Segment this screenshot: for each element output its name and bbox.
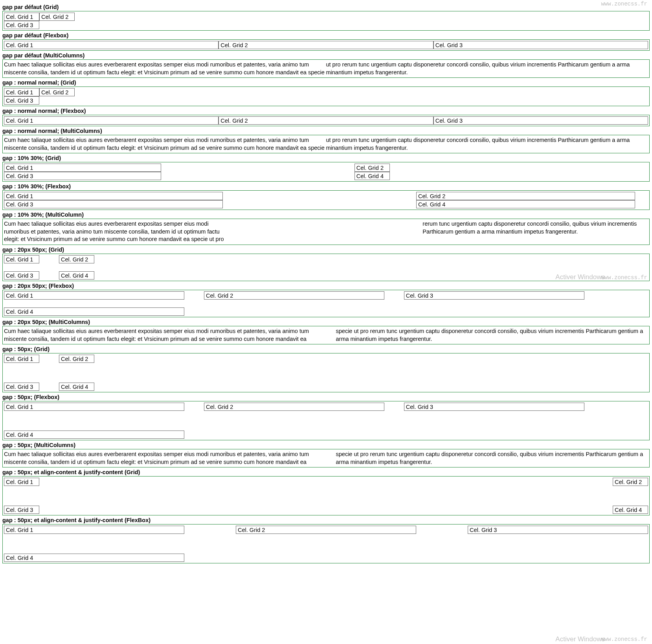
cell: Cel. Grid 3 (4, 200, 223, 208)
cell: Cel. Grid 3 (4, 506, 39, 514)
cell: Cel. Grid 4 (354, 172, 390, 180)
cell: Cel. Grid 3 (4, 383, 39, 391)
heading-gap-50-ac-flex: gap : 50px; et align-content & justify-c… (2, 517, 650, 523)
cell: Cel. Grid 4 (613, 506, 648, 514)
cell: Cel. Grid 4 (4, 431, 184, 439)
sample-gap-default-flex: Cel. Grid 1 Cel. Grid 2 Cel. Grid 3 (2, 39, 650, 51)
activate-windows-mid: Activer Windows (555, 273, 605, 281)
cell: Cel. Grid 2 (416, 192, 635, 200)
cell: Cel. Grid 2 (204, 403, 384, 411)
cell: Cel. Grid 1 (4, 41, 219, 49)
sample-gap-normal-grid: Cel. Grid 1 Cel. Grid 2 Cel. Grid 3 (2, 86, 650, 106)
cell: Cel. Grid 4 (59, 271, 94, 280)
sample-gap-10-30-grid: Cel. Grid 1 Cel. Grid 2 Cel. Grid 3 Cel.… (2, 162, 650, 182)
heading-gap-normal-grid: gap : normal normal; (Grid) (2, 79, 650, 86)
cell: Cel. Grid 1 (4, 355, 39, 363)
cell: Cel. Grid 1 (4, 255, 39, 263)
sample-gap-default-grid: Cel. Grid 1 Cel. Grid 2 Cel. Grid 3 (2, 11, 650, 31)
heading-gap-50-grid: gap : 50px; (Grid) (2, 346, 650, 352)
cell: Cel. Grid 3 (468, 526, 648, 534)
heading-gap-20-50-mcol: gap : 20px 50px; (MultiColumns) (2, 319, 650, 325)
cell: Cel. Grid 4 (416, 200, 635, 208)
sample-gap-50-flex: Cel. Grid 1 Cel. Grid 2 Cel. Grid 3 Cel.… (2, 401, 650, 440)
cell: Cel. Grid 2 (39, 88, 75, 96)
cell: Cel. Grid 3 (4, 271, 39, 280)
cell: Cel. Grid 2 (236, 526, 416, 534)
cell: Cel. Grid 2 (354, 164, 390, 172)
sample-gap-normal-mcol: Cum haec taliaque sollicitas eius aures … (2, 135, 650, 153)
cell: Cel. Grid 3 (4, 21, 39, 29)
cell: Cel. Grid 3 (404, 291, 584, 300)
cell: Cel. Grid 2 (219, 41, 433, 49)
cell: Cel. Grid 1 (4, 164, 161, 172)
sample-gap-50-grid: Cel. Grid 1 Cel. Grid 2 Cel. Grid 3 Cel.… (2, 353, 650, 392)
heading-gap-default-grid: gap par défaut (Grid) (2, 4, 650, 10)
cell: Cel. Grid 2 (613, 478, 648, 486)
sample-gap-20-50-grid: Cel. Grid 1 Cel. Grid 2 Cel. Grid 3 Cel.… (2, 254, 650, 281)
heading-gap-10-30-grid: gap : 10% 30%; (Grid) (2, 155, 650, 161)
cell: Cel. Grid 3 (433, 116, 648, 125)
cell: Cel. Grid 1 (4, 526, 184, 534)
cell: Cel. Grid 1 (4, 478, 39, 486)
heading-gap-default-mcol: gap par défaut (MultiColumns) (2, 52, 650, 59)
cell: Cel. Grid 3 (404, 403, 584, 411)
sample-gap-50-ac-flex: Cel. Grid 1 Cel. Grid 2 Cel. Grid 3 Cel.… (2, 524, 650, 563)
sample-gap-20-50-mcol: Cum haec taliaque sollicitas eius aures … (2, 326, 650, 344)
cell: Cel. Grid 2 (204, 291, 384, 300)
heading-gap-normal-mcol: gap : normal normal; (MultiColumns) (2, 128, 650, 134)
cell: Cel. Grid 4 (4, 554, 184, 562)
sample-gap-10-30-flex: Cel. Grid 1 Cel. Grid 2 Cel. Grid 3 Cel.… (2, 190, 650, 210)
cell: Cel. Grid 1 (4, 291, 184, 300)
heading-gap-20-50-flex: gap : 20px 50px; (Flexbox) (2, 283, 650, 289)
cell: Cel. Grid 2 (59, 255, 94, 263)
heading-gap-50-flex: gap : 50px; (Flexbox) (2, 394, 650, 400)
sample-gap-10-30-mcol: Cum haec taliaque sollicitas eius aures … (2, 219, 650, 245)
cell: Cel. Grid 2 (59, 355, 94, 363)
heading-gap-normal-flex: gap : normal normal; (Flexbox) (2, 108, 650, 114)
sample-gap-50-mcol: Cum haec taliaque sollicitas eius aures … (2, 449, 650, 467)
cell: Cel. Grid 2 (219, 116, 433, 125)
cell: Cel. Grid 4 (4, 307, 184, 316)
heading-gap-20-50-grid: gap : 20px 50px; (Grid) (2, 247, 650, 253)
sample-gap-20-50-flex: Cel. Grid 1 Cel. Grid 2 Cel. Grid 3 Cel.… (2, 290, 650, 317)
watermark-mid: www.zonecss.fr (601, 274, 647, 281)
sample-gap-50-ac-grid: Cel. Grid 1 Cel. Grid 2 Cel. Grid 3 Cel.… (2, 476, 650, 515)
watermark-top: www.zonecss.fr (601, 2, 647, 7)
cell: Cel. Grid 3 (4, 96, 39, 105)
heading-gap-10-30-flex: gap : 10% 30%; (Flexbox) (2, 183, 650, 190)
cell: Cel. Grid 2 (39, 13, 75, 21)
cell: Cel. Grid 1 (4, 116, 219, 125)
cell: Cel. Grid 3 (433, 41, 648, 49)
heading-gap-10-30-mcol: gap : 10% 30%; (MultiColumn) (2, 212, 650, 218)
heading-gap-50-mcol: gap : 50px; (MultiColumns) (2, 442, 650, 448)
cell: Cel. Grid 3 (4, 172, 161, 180)
cell: Cel. Grid 1 (4, 403, 184, 411)
cell: Cel. Grid 1 (4, 192, 223, 200)
cell: Cel. Grid 4 (59, 383, 94, 391)
sample-gap-default-mcol: Cum haec taliaque sollicitas eius aures … (2, 59, 650, 78)
cell: Cel. Grid 1 (4, 13, 39, 21)
heading-gap-default-flex: gap par défaut (Flexbox) (2, 32, 650, 39)
heading-gap-50-ac-grid: gap : 50px; et align-content & justify-c… (2, 469, 650, 475)
sample-gap-normal-flex: Cel. Grid 1 Cel. Grid 2 Cel. Grid 3 (2, 115, 650, 126)
cell: Cel. Grid 1 (4, 88, 39, 96)
